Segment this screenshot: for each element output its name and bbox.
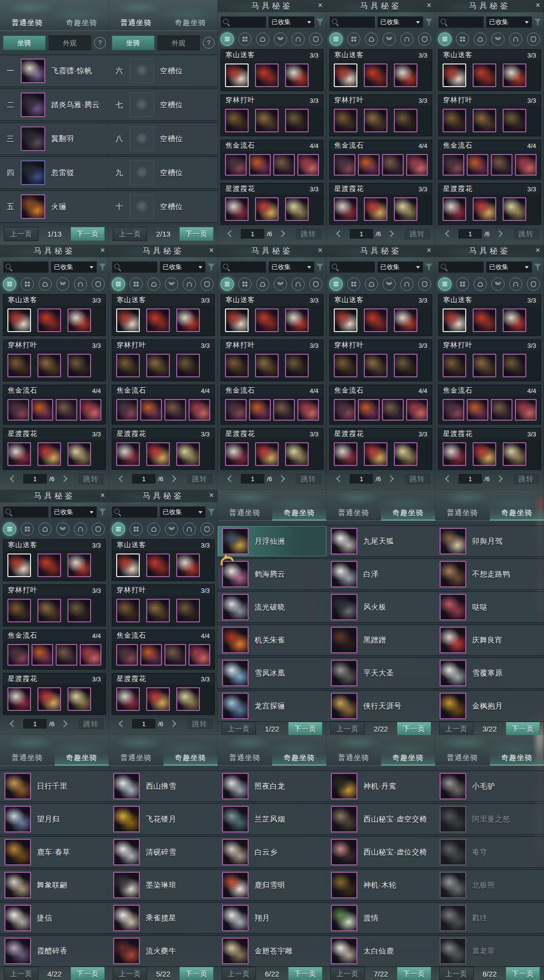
tab-normal-mounts[interactable]: 普通坐骑 <box>435 750 490 766</box>
gear-item-tile[interactable] <box>394 354 417 377</box>
prev-page-arrow[interactable] <box>227 475 234 482</box>
gear-item-tile[interactable] <box>67 354 91 377</box>
prev-page-arrow[interactable] <box>10 475 17 482</box>
filter-funnel-icon[interactable] <box>208 264 215 271</box>
gear-item-tile[interactable] <box>491 399 512 421</box>
gear-item-tile[interactable] <box>255 354 279 377</box>
next-page-arrow[interactable] <box>169 720 176 727</box>
saddle-button[interactable] <box>38 277 52 291</box>
gear-item-tile[interactable] <box>503 354 526 377</box>
tab-normal-mounts[interactable]: 普通坐骑 <box>326 750 381 766</box>
gear-item-tile[interactable] <box>515 154 537 176</box>
grid-view-button[interactable] <box>347 277 360 291</box>
mount-row[interactable]: 金翅苍宇雕 <box>218 935 326 967</box>
gear-item-tile[interactable] <box>334 399 355 421</box>
armor-button[interactable] <box>418 32 431 46</box>
gear-item-tile[interactable] <box>358 154 380 176</box>
gear-item-tile[interactable] <box>285 63 309 87</box>
close-button[interactable]: × <box>536 1 540 10</box>
gear-item-tile[interactable] <box>37 687 61 711</box>
armor-button[interactable] <box>92 277 105 291</box>
armor-button[interactable] <box>309 32 322 46</box>
gear-item-tile[interactable] <box>255 197 279 221</box>
jump-button[interactable]: 跳转 <box>77 472 105 485</box>
close-button[interactable]: × <box>536 246 540 255</box>
gear-item-tile[interactable] <box>443 354 466 377</box>
prev-page-arrow[interactable] <box>119 475 126 482</box>
next-page-button[interactable]: 下一页 <box>506 967 540 980</box>
mount-row[interactable]: 神机·丹鸾 <box>326 770 435 802</box>
grid-view-button[interactable] <box>21 277 34 291</box>
gear-item-tile[interactable] <box>297 399 319 421</box>
gear-item-tile[interactable] <box>473 63 496 87</box>
gear-item-tile[interactable] <box>443 442 466 466</box>
mount-row[interactable]: 小毛驴 <box>435 770 544 802</box>
page-number-input[interactable] <box>349 473 374 484</box>
mount-row[interactable]: 乘雀揽星 <box>109 902 218 934</box>
tab-fun-mounts[interactable]: 奇趣坐骑 <box>163 750 218 766</box>
gear-item-tile[interactable] <box>394 308 417 332</box>
mount-row[interactable]: 一飞霞骠·惊帆 <box>0 55 109 87</box>
gear-item-tile[interactable] <box>37 599 61 622</box>
mount-row[interactable]: 金枫抱月 <box>435 690 544 722</box>
gear-item-tile[interactable] <box>67 553 91 577</box>
gear-item-tile[interactable] <box>503 63 526 87</box>
mount-row[interactable]: 遮老罪 <box>435 935 544 967</box>
jump-button[interactable]: 跳转 <box>186 717 214 730</box>
close-button[interactable]: × <box>100 491 105 500</box>
prev-page-arrow[interactable] <box>119 720 126 727</box>
page-number-input[interactable] <box>131 718 156 729</box>
next-page-button[interactable]: 下一页 <box>506 722 540 735</box>
mount-row[interactable]: 戮狌 <box>435 902 544 934</box>
gear-item-tile[interactable] <box>364 354 387 377</box>
tab-fun-mounts[interactable]: 奇趣坐骑 <box>163 15 218 31</box>
prev-page-button[interactable]: 上一页 <box>439 967 474 980</box>
list-view-button[interactable] <box>329 277 343 291</box>
next-page-arrow[interactable] <box>387 230 394 237</box>
prev-page-arrow[interactable] <box>336 230 343 237</box>
gear-item-tile[interactable] <box>56 644 77 666</box>
gear-item-tile[interactable] <box>7 599 31 622</box>
prev-page-arrow[interactable] <box>336 475 343 482</box>
filter-funnel-icon[interactable] <box>317 264 323 271</box>
filter-funnel-icon[interactable] <box>425 264 432 271</box>
gear-item-tile[interactable] <box>7 442 31 466</box>
list-view-button[interactable] <box>221 32 234 46</box>
grid-view-button[interactable] <box>456 32 469 46</box>
mount-row[interactable]: 九空槽位 <box>109 156 218 189</box>
subtab-mount[interactable]: 坐骑 <box>112 35 155 50</box>
help-button[interactable]: ? <box>203 37 215 49</box>
gear-item-tile[interactable] <box>146 553 170 577</box>
gear-item-tile[interactable] <box>334 354 357 377</box>
armor-button[interactable] <box>527 32 540 46</box>
list-view-button[interactable] <box>438 32 451 46</box>
gear-item-tile[interactable] <box>443 197 466 221</box>
armor-button[interactable] <box>92 522 105 536</box>
mount-row[interactable]: 龙宫探骊 <box>218 690 326 722</box>
tab-fun-mounts[interactable]: 奇趣坐骑 <box>490 505 544 521</box>
mount-row[interactable]: 太白仙鹿 <box>326 935 435 967</box>
tab-fun-mounts[interactable]: 奇趣坐骑 <box>272 750 327 766</box>
jump-button[interactable]: 跳转 <box>186 472 214 485</box>
list-view-button[interactable] <box>3 277 16 291</box>
prev-page-button[interactable]: 上一页 <box>330 967 365 980</box>
page-number-input[interactable] <box>240 228 265 239</box>
gear-item-tile[interactable] <box>7 354 31 377</box>
horseshoe-button[interactable] <box>291 277 305 291</box>
mount-row[interactable]: 十空槽位 <box>109 190 218 223</box>
collected-filter-dropdown[interactable]: 已收集 <box>377 261 423 273</box>
saddle-button[interactable] <box>256 32 269 46</box>
armor-button[interactable] <box>200 522 214 536</box>
collected-filter-dropdown[interactable]: 已收集 <box>268 261 315 273</box>
gear-item-tile[interactable] <box>37 354 61 377</box>
gear-item-tile[interactable] <box>146 308 170 332</box>
saddle-button[interactable] <box>365 277 378 291</box>
saddle-button[interactable] <box>256 277 269 291</box>
gear-item-tile[interactable] <box>140 399 162 421</box>
mount-row[interactable]: 雪凤冰凰 <box>218 657 326 689</box>
gear-item-tile[interactable] <box>406 154 428 176</box>
gear-item-tile[interactable] <box>255 109 279 132</box>
list-view-button[interactable] <box>3 522 16 536</box>
gear-item-tile[interactable] <box>443 308 466 332</box>
filter-funnel-icon[interactable] <box>317 19 323 26</box>
